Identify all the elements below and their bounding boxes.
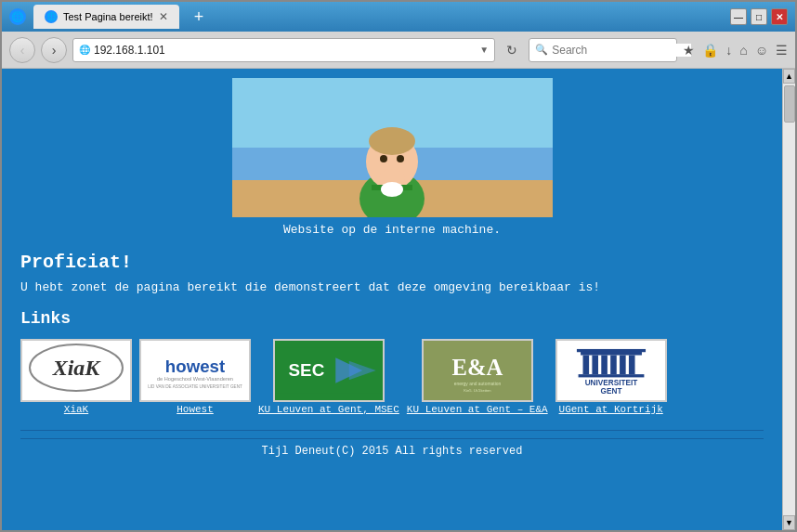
reader-icon[interactable]: 🔒 xyxy=(702,43,718,58)
close-button[interactable]: ✕ xyxy=(771,8,788,25)
url-input[interactable] xyxy=(94,44,476,57)
scrollbar[interactable]: ▲ ▼ xyxy=(782,69,795,530)
search-input[interactable] xyxy=(552,44,691,57)
svg-rect-29 xyxy=(582,356,589,375)
svg-text:SEC: SEC xyxy=(288,360,324,380)
svg-point-5 xyxy=(369,127,415,155)
ugent-logo-box: UNIVERSITEIT GENT xyxy=(555,339,667,402)
nav-bar: ‹ › 🌐 ▼ ↻ 🔍 ★ 🔒 ↓ ⌂ ☺ ☰ xyxy=(2,32,795,69)
url-dropdown-icon[interactable]: ▼ xyxy=(479,45,489,55)
tab-title: Test Pagina bereikt! xyxy=(63,11,153,22)
info-text: U hebt zonet de pagina bereikt die demon… xyxy=(20,280,764,294)
search-bar[interactable]: 🔍 xyxy=(529,38,677,62)
svg-point-7 xyxy=(397,155,404,162)
xiak-link[interactable]: XiaK xyxy=(64,404,88,415)
svg-text:UNIVERSITEIT: UNIVERSITEIT xyxy=(584,379,637,387)
browser-content: Website op de interne machine. Proficiat… xyxy=(2,69,782,530)
hero-section: Website op de interne machine. xyxy=(20,78,764,237)
logo-item-ugent: UNIVERSITEIT GENT UGent at Kortrijk xyxy=(555,339,667,415)
hero-image xyxy=(232,78,553,217)
scroll-up-button[interactable]: ▲ xyxy=(783,69,795,84)
browser-tab[interactable]: 🌐 Test Pagina bereikt! ✕ xyxy=(33,5,179,29)
forward-button[interactable]: › xyxy=(41,37,67,63)
howest-logo: howest de Hogeschool West-Vlaanderen LID… xyxy=(141,341,249,400)
svg-rect-28 xyxy=(577,349,646,352)
sec-logo: SEC xyxy=(275,341,383,400)
pocket-icon[interactable]: ↓ xyxy=(725,43,732,58)
howest-link[interactable]: Howest xyxy=(176,404,214,415)
content-area: Website op de interne machine. Proficiat… xyxy=(2,69,795,530)
sec-link[interactable]: KU Leuven at Gent, MSEC xyxy=(258,404,399,415)
browser-icon: 🌐 xyxy=(9,8,26,25)
svg-text:energy and automation: energy and automation xyxy=(453,382,501,386)
logo-item-sec: SEC KU Leuven at Gent, MSEC xyxy=(258,339,399,415)
scroll-down-button[interactable]: ▼ xyxy=(783,515,795,530)
maximize-button[interactable]: □ xyxy=(751,8,767,25)
howest-logo-box: howest de Hogeschool West-Vlaanderen LID… xyxy=(139,339,251,402)
svg-text:de Hogeschool West-Vlaanderen: de Hogeschool West-Vlaanderen xyxy=(157,376,233,382)
refresh-button[interactable]: ↻ xyxy=(501,38,523,62)
url-favicon: 🌐 xyxy=(79,45,90,55)
svg-text:XiaK: XiaK xyxy=(52,356,102,380)
svg-text:LID VAN DE ASSOCIATIE UNIVERSI: LID VAN DE ASSOCIATIE UNIVERSITEIT GENT xyxy=(148,384,242,389)
svg-rect-32 xyxy=(610,356,617,375)
svg-rect-34 xyxy=(629,356,635,375)
scroll-thumb[interactable] xyxy=(784,85,795,123)
url-bar[interactable]: 🌐 ▼ xyxy=(72,38,495,62)
tab-close-button[interactable]: ✕ xyxy=(159,10,168,23)
sec-logo-box: SEC xyxy=(273,339,385,402)
links-heading: Links xyxy=(20,309,764,328)
home-icon[interactable]: ⌂ xyxy=(739,43,747,58)
hero-svg xyxy=(232,78,553,217)
scroll-track[interactable] xyxy=(783,84,795,515)
search-icon: 🔍 xyxy=(535,44,548,56)
menu-icon[interactable]: ☰ xyxy=(776,43,788,58)
browser-window: 🌐 🌐 Test Pagina bereikt! ✕ + — □ ✕ ‹ › 🌐… xyxy=(0,0,797,532)
nav-icons: ★ 🔒 ↓ ⌂ ☺ ☰ xyxy=(683,43,788,58)
persona-icon[interactable]: ☺ xyxy=(755,43,768,58)
logo-item-howest: howest de Hogeschool West-Vlaanderen LID… xyxy=(139,339,251,415)
xiak-logo: XiaK xyxy=(20,339,132,402)
congrats-heading: Proficiat! xyxy=(20,252,764,273)
title-bar: 🌐 🌐 Test Pagina bereikt! ✕ + — □ ✕ xyxy=(2,2,795,32)
window-controls: — □ ✕ xyxy=(730,8,788,25)
logo-item-xiak: XiaK XiaK xyxy=(20,339,132,415)
logo-item-ea: E&A energy and automation Kie5. Ut.5kett… xyxy=(407,339,548,415)
tab-icon: 🌐 xyxy=(45,10,58,23)
ea-logo-box: E&A energy and automation Kie5. Ut.5kett… xyxy=(422,339,533,402)
svg-rect-35 xyxy=(578,374,644,377)
svg-text:howest: howest xyxy=(165,357,225,376)
svg-rect-31 xyxy=(601,356,608,375)
svg-rect-30 xyxy=(592,356,598,375)
svg-text:E&A: E&A xyxy=(451,355,503,380)
minimize-button[interactable]: — xyxy=(730,8,747,25)
new-tab-button[interactable]: + xyxy=(187,5,212,29)
svg-rect-33 xyxy=(620,356,626,375)
footer-text: Tijl Deneut(C) 2015 All rights reserved xyxy=(20,438,764,463)
xiak-logo-box: XiaK xyxy=(20,339,132,402)
ugent-logo: UNIVERSITEIT GENT xyxy=(557,341,665,400)
svg-point-6 xyxy=(380,155,387,162)
bookmark-star-icon[interactable]: ★ xyxy=(683,43,695,58)
ea-link[interactable]: KU Leuven at Gent – E&A xyxy=(407,404,548,415)
svg-text:Kie5. Ut.5ketten: Kie5. Ut.5ketten xyxy=(464,388,491,393)
logo-grid: XiaK XiaK howest de Hogeschool West xyxy=(20,339,764,415)
svg-point-10 xyxy=(381,182,403,197)
svg-text:GENT: GENT xyxy=(600,387,621,396)
hero-caption: Website op de interne machine. xyxy=(283,223,501,237)
ugent-link[interactable]: UGent at Kortrijk xyxy=(559,404,663,415)
ea-logo: E&A energy and automation Kie5. Ut.5kett… xyxy=(424,341,531,400)
back-button[interactable]: ‹ xyxy=(9,37,35,63)
